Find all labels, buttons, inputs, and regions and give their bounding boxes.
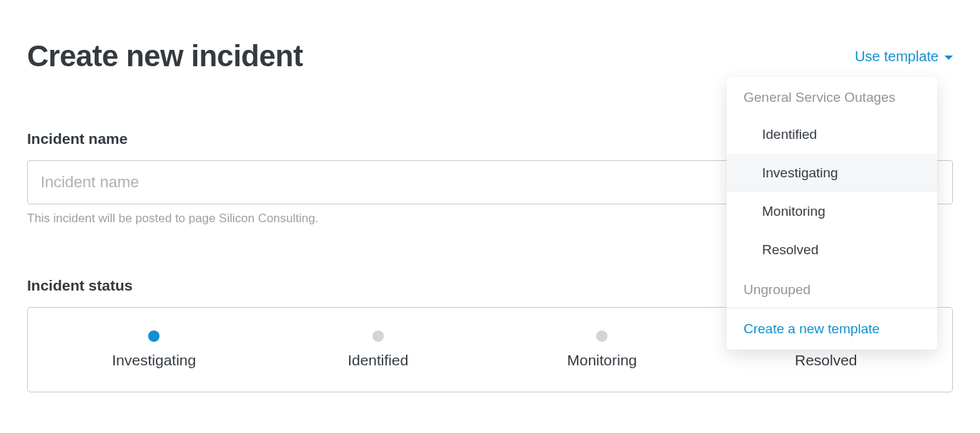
status-option-label: Investigating — [112, 352, 196, 369]
template-group-label: Ungrouped — [726, 269, 937, 308]
status-option-investigating[interactable]: Investigating — [42, 330, 266, 369]
template-item-investigating[interactable]: Investigating — [726, 154, 937, 192]
status-dot-icon — [148, 330, 160, 342]
create-new-template-link[interactable]: Create a new template — [726, 308, 937, 350]
header-row: Create new incident Use template — [27, 39, 953, 73]
status-dot-icon — [596, 330, 608, 342]
status-option-monitoring[interactable]: Monitoring — [490, 330, 714, 369]
template-item-identified[interactable]: Identified — [726, 115, 937, 154]
template-dropdown-menu: General Service Outages Identified Inves… — [726, 77, 937, 350]
page-title: Create new incident — [27, 39, 303, 73]
use-template-label: Use template — [855, 48, 939, 65]
status-option-identified[interactable]: Identified — [266, 330, 491, 369]
template-item-resolved[interactable]: Resolved — [726, 231, 937, 269]
caret-down-icon — [944, 56, 953, 60]
status-dot-icon — [372, 330, 384, 342]
template-group-label: General Service Outages — [726, 77, 937, 115]
status-option-label: Resolved — [795, 352, 858, 369]
status-option-label: Monitoring — [567, 352, 637, 369]
template-item-monitoring[interactable]: Monitoring — [726, 192, 937, 231]
use-template-dropdown-trigger[interactable]: Use template — [855, 48, 953, 65]
status-option-label: Identified — [348, 352, 408, 369]
